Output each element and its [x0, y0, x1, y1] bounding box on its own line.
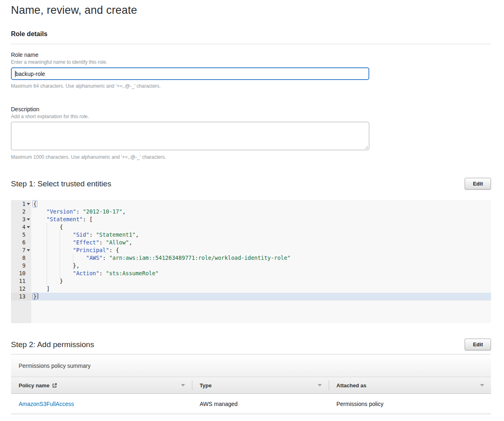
- code-line[interactable]: "Sid": "Statement1",: [31, 231, 491, 239]
- page-container: Name, review, and create Role details Ro…: [0, 0, 504, 421]
- editor-line-number: 10: [19, 270, 26, 277]
- code-line[interactable]: },: [31, 262, 491, 270]
- code-line[interactable]: "Principal": {: [31, 246, 491, 254]
- filter-dropdown-icon[interactable]: [480, 384, 484, 386]
- gutter-line: 10: [11, 270, 31, 277]
- table-row: AmazonS3FullAccess AWS managed Permissio…: [11, 394, 491, 414]
- editor-line-number: 11: [19, 277, 26, 285]
- gutter-line: 1: [11, 200, 31, 208]
- step1-edit-button[interactable]: Edit: [465, 178, 491, 190]
- role-name-label: Role name: [11, 52, 491, 58]
- editor-line-number: 9: [22, 262, 26, 270]
- column-header-policy-name[interactable]: Policy name: [11, 377, 192, 393]
- code-line[interactable]: }: [31, 293, 491, 300]
- gutter-line: 12: [11, 285, 31, 293]
- external-link-icon: [52, 383, 57, 388]
- editor-line-number: 3: [22, 216, 26, 223]
- gutter-line: 2: [11, 208, 31, 216]
- code-line[interactable]: }: [31, 277, 491, 285]
- editor-line-number: 5: [22, 231, 26, 239]
- editor-line-number: 7: [22, 246, 26, 254]
- editor-line-number: 12: [19, 285, 26, 293]
- gutter-line: 8: [11, 254, 31, 262]
- role-name-hint: Enter a meaningful name to identify this…: [11, 59, 491, 65]
- permissions-panel: Permissions policy summary Policy name T…: [11, 354, 491, 414]
- step1-header-row: Step 1: Select trusted entities Edit: [11, 178, 491, 190]
- gutter-line: 6: [11, 239, 31, 246]
- gutter-line: 13: [11, 293, 31, 300]
- editor-line-number: 8: [22, 254, 26, 262]
- table-header-row: Policy name Type Attached as: [11, 377, 491, 394]
- policy-name-link[interactable]: AmazonS3FullAccess: [19, 401, 74, 407]
- code-line[interactable]: {: [31, 223, 491, 231]
- editor-line-number: 6: [22, 239, 26, 246]
- policy-attached-as-cell: Permissions policy: [329, 394, 491, 414]
- fold-icon[interactable]: [27, 226, 30, 228]
- step2-header-row: Step 2: Add permissions Edit: [11, 339, 491, 350]
- role-name-value: backup-role: [15, 71, 45, 77]
- permissions-panel-title: Permissions policy summary: [11, 354, 491, 377]
- fold-icon[interactable]: [27, 203, 30, 205]
- code-line[interactable]: "Action": "sts:AssumeRole": [31, 270, 491, 277]
- section-divider: [11, 44, 491, 44]
- gutter-line: 7: [11, 246, 31, 254]
- editor-line-number: 2: [22, 208, 26, 216]
- column-label: Type: [200, 382, 211, 389]
- column-header-type[interactable]: Type: [192, 377, 329, 393]
- editor-line-number: 13: [19, 293, 26, 300]
- gutter-line: 5: [11, 231, 31, 239]
- editor-gutter: 12345678910111213: [11, 200, 31, 323]
- step2-edit-button[interactable]: Edit: [465, 339, 491, 350]
- gutter-line: 4: [11, 223, 31, 231]
- code-line[interactable]: ]: [31, 285, 491, 293]
- code-line[interactable]: {: [31, 200, 491, 208]
- step1-heading: Step 1: Select trusted entities: [11, 179, 111, 188]
- editor-cursor: [38, 293, 38, 299]
- description-textarea[interactable]: [11, 122, 369, 150]
- code-line[interactable]: "Effect": "Allow",: [31, 239, 491, 246]
- description-label: Description: [11, 106, 491, 112]
- column-label: Attached as: [336, 382, 366, 389]
- gutter-line: 9: [11, 262, 31, 270]
- code-line[interactable]: "AWS": "arn:aws:iam::541263489771:role/w…: [31, 254, 491, 262]
- role-name-input[interactable]: backup-role: [11, 67, 369, 80]
- role-name-constraint: Maximum 64 characters. Use alphanumeric …: [11, 83, 491, 89]
- editor-line-number: 4: [22, 223, 26, 231]
- gutter-line: 11: [11, 277, 31, 285]
- description-constraint: Maximum 1000 characters. Use alphanumeri…: [11, 154, 491, 160]
- page-title: Name, review, and create: [11, 4, 491, 17]
- role-details-heading: Role details: [11, 30, 491, 38]
- description-textarea-wrap: [11, 122, 369, 150]
- editor-code[interactable]: { "Version": "2012-10-17", "Statement": …: [31, 200, 491, 323]
- code-line[interactable]: "Version": "2012-10-17",: [31, 208, 491, 216]
- gutter-line: 3: [11, 216, 31, 223]
- fold-icon[interactable]: [27, 249, 30, 251]
- description-hint: Add a short explanation for this role.: [11, 114, 491, 119]
- step2-heading: Step 2: Add permissions: [11, 340, 94, 349]
- policy-type-cell: AWS managed: [192, 394, 329, 414]
- column-header-attached-as[interactable]: Attached as: [329, 377, 491, 393]
- column-label: Policy name: [19, 382, 50, 389]
- code-line[interactable]: "Statement": [: [31, 216, 491, 223]
- fold-icon[interactable]: [27, 218, 30, 220]
- editor-line-number: 1: [22, 200, 26, 208]
- filter-dropdown-icon[interactable]: [181, 384, 185, 386]
- filter-dropdown-icon[interactable]: [318, 384, 322, 386]
- trust-policy-editor[interactable]: 12345678910111213 { "Version": "2012-10-…: [11, 200, 491, 323]
